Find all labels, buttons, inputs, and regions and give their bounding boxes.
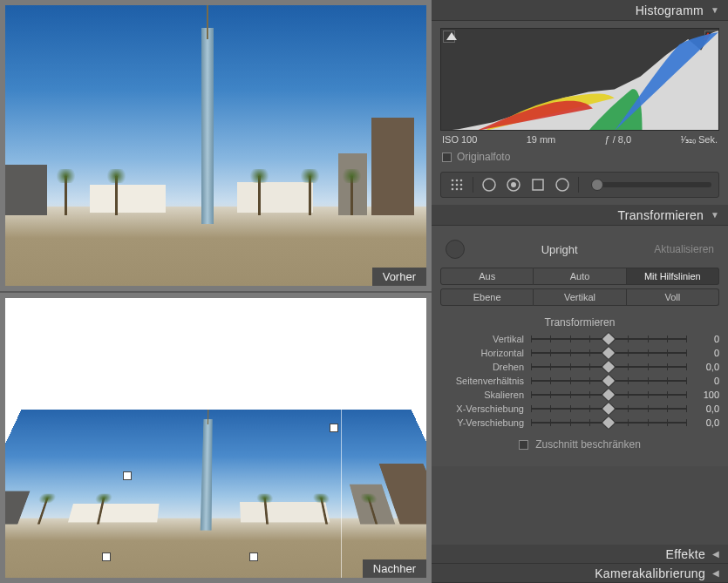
svg-rect-12 xyxy=(533,180,543,190)
slider-track[interactable] xyxy=(531,335,686,343)
upright-button-row-1: AusAutoMit Hilfslinien xyxy=(440,268,719,285)
svg-point-4 xyxy=(456,184,459,186)
preview-after[interactable]: Nachher xyxy=(0,293,432,584)
svg-point-8 xyxy=(460,188,463,191)
slider-value: 0 xyxy=(693,348,719,358)
svg-point-13 xyxy=(556,179,568,191)
guide-handle[interactable] xyxy=(330,424,338,432)
before-image xyxy=(5,5,426,286)
histogram-svg xyxy=(441,29,718,131)
upright-voll-button[interactable]: Voll xyxy=(627,288,719,306)
upright-mode-icon[interactable] xyxy=(446,240,465,259)
calibration-title: Kamerakalibrierung xyxy=(595,566,705,580)
upright-aus-button[interactable]: Aus xyxy=(440,268,534,285)
slider-label: X-Verschiebung xyxy=(440,403,524,414)
slider-value: 100 xyxy=(693,390,719,400)
slider-value: 0,0 xyxy=(693,362,719,372)
guide-handle[interactable] xyxy=(249,552,258,561)
slider-label: Vertikal xyxy=(440,334,524,344)
constrain-crop-row[interactable]: Zuschnitt beschränken xyxy=(440,430,719,459)
slider-track[interactable] xyxy=(531,418,686,427)
original-photo-row[interactable]: Originalfoto xyxy=(440,149,719,166)
preview-before[interactable]: Vorher xyxy=(0,0,432,293)
effects-title: Effekte xyxy=(666,547,705,561)
target-tool-icon[interactable] xyxy=(505,176,522,193)
focal-value: 19 mm xyxy=(527,134,556,146)
before-label: Vorher xyxy=(372,268,426,286)
tool-amount-slider[interactable] xyxy=(591,182,711,187)
constrain-label: Zuschnitt beschränken xyxy=(535,438,641,451)
disclosure-icon: ◀ xyxy=(712,568,719,578)
constrain-checkbox[interactable] xyxy=(519,440,528,450)
svg-point-2 xyxy=(460,180,463,182)
slider-y-verschiebung: Y-Verschiebung0,0 xyxy=(440,416,719,430)
slider-thumb[interactable] xyxy=(602,360,616,375)
panel-spacer xyxy=(432,466,728,545)
iso-value: ISO 100 xyxy=(442,134,477,146)
slider-value: 0 xyxy=(693,334,719,344)
effects-header[interactable]: Effekte ◀ xyxy=(432,545,728,564)
tool-strip xyxy=(440,172,719,198)
upright-label: Upright xyxy=(541,243,578,256)
circle2-tool-icon[interactable] xyxy=(554,176,571,193)
slider-track[interactable] xyxy=(531,404,686,413)
aperture-value: ƒ / 8,0 xyxy=(605,134,632,146)
slider-label: Seitenverhältnis xyxy=(440,376,524,386)
preview-pane: Vorher Nachher xyxy=(0,0,432,583)
svg-point-7 xyxy=(456,188,459,191)
svg-point-3 xyxy=(452,184,454,186)
slider-value: 0,0 xyxy=(693,417,719,428)
slider-horizontal: Horizontal0 xyxy=(440,346,719,360)
slider-thumb[interactable] xyxy=(602,388,616,403)
svg-point-9 xyxy=(483,179,495,191)
slider-x-verschiebung: X-Verschiebung0,0 xyxy=(440,402,719,416)
slider-label: Drehen xyxy=(440,362,524,372)
histogram-title: Histogramm xyxy=(636,3,704,17)
svg-point-1 xyxy=(456,180,459,182)
slider-thumb[interactable] xyxy=(602,402,616,417)
slider-track[interactable] xyxy=(531,376,686,385)
grid-icon[interactable] xyxy=(448,176,466,193)
transform-subtitle: Transformieren xyxy=(440,309,719,332)
slider-thumb[interactable] xyxy=(602,346,616,361)
slider-vertikal: Vertikal0 xyxy=(440,332,719,346)
slider-track[interactable] xyxy=(531,390,686,399)
slider-thumb[interactable] xyxy=(602,416,616,430)
histogram-header[interactable]: Histogramm ▼ xyxy=(432,0,728,21)
slider-track[interactable] xyxy=(531,349,686,357)
guide-handle[interactable] xyxy=(102,552,111,561)
slider-drehen: Drehen0,0 xyxy=(440,360,719,374)
slider-thumb[interactable] xyxy=(602,332,616,347)
disclosure-icon: ▼ xyxy=(711,5,719,15)
shutter-value: ¹⁄₃₂₀ Sek. xyxy=(680,134,718,146)
upright-button-row-2: EbeneVertikalVoll xyxy=(440,288,719,306)
histogram-meta: ISO 100 19 mm ƒ / 8,0 ¹⁄₃₂₀ Sek. xyxy=(440,131,719,149)
svg-point-0 xyxy=(452,180,454,182)
circle-tool-icon[interactable] xyxy=(480,176,498,193)
upright-ebene-button[interactable]: Ebene xyxy=(440,288,534,306)
slider-value: 0,0 xyxy=(693,403,719,414)
original-checkbox[interactable] xyxy=(442,153,452,162)
svg-point-5 xyxy=(460,184,463,186)
slider-seitenverhältnis: Seitenverhältnis0 xyxy=(440,374,719,388)
histogram-chart[interactable] xyxy=(440,28,719,131)
original-label: Originalfoto xyxy=(457,151,510,163)
slider-label: Y-Verschiebung xyxy=(440,417,524,428)
upright-auto-button[interactable]: Auto xyxy=(534,268,626,285)
slider-thumb[interactable] xyxy=(602,374,616,389)
upright-mit-hilfslinien-button[interactable]: Mit Hilfslinien xyxy=(627,268,719,285)
slider-value: 0 xyxy=(693,376,719,386)
square-tool-icon[interactable] xyxy=(529,176,547,193)
guide-handle[interactable] xyxy=(123,471,132,480)
disclosure-icon: ▼ xyxy=(711,210,719,220)
guide-line[interactable] xyxy=(341,298,342,579)
develop-panel: Histogramm ▼ ISO 100 19 mm ƒ / 8,0 ¹⁄₃₂₀… xyxy=(432,0,728,583)
calibration-header[interactable]: Kamerakalibrierung ◀ xyxy=(432,564,728,583)
upright-vertikal-button[interactable]: Vertikal xyxy=(534,288,626,306)
histogram-body: ISO 100 19 mm ƒ / 8,0 ¹⁄₃₂₀ Sek. Origina… xyxy=(432,21,728,205)
transform-sliders: Vertikal0Horizontal0Drehen0,0Seitenverhä… xyxy=(440,332,719,430)
transform-header[interactable]: Transformieren ▼ xyxy=(432,205,728,226)
upright-refresh-button[interactable]: Aktualisieren xyxy=(654,243,714,255)
slider-track[interactable] xyxy=(531,363,686,371)
disclosure-icon: ◀ xyxy=(712,549,719,559)
